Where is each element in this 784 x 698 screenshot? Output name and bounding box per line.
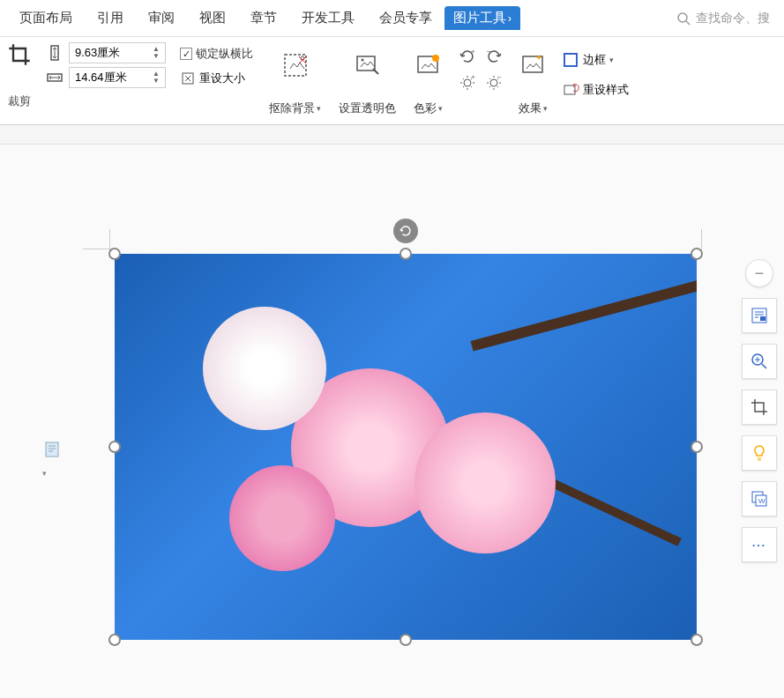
svg-text:W: W: [758, 497, 765, 505]
search-icon: [676, 11, 691, 26]
resize-handle-br[interactable]: [691, 634, 703, 646]
checkbox-icon: ✓: [180, 48, 192, 60]
paragraph-options-icon[interactable]: ▾: [42, 439, 63, 460]
reset-size-button[interactable]: 重设大小: [180, 71, 253, 86]
svg-text:+: +: [471, 48, 475, 56]
svg-point-10: [432, 55, 439, 62]
resize-handle-mr[interactable]: [691, 441, 703, 453]
svg-point-0: [678, 13, 687, 22]
chevron-down-icon: ▾: [438, 104, 443, 113]
effects-button[interactable]: 效果▾: [510, 42, 556, 120]
spinner-icon[interactable]: ▲▼: [153, 71, 160, 85]
effects-icon: [519, 51, 548, 79]
svg-rect-18: [564, 54, 577, 66]
svg-rect-17: [523, 56, 542, 72]
idea-button[interactable]: [742, 435, 777, 471]
canvas[interactable]: ▾ − W ⋯: [0, 145, 784, 698]
tab-review[interactable]: 审阅: [136, 0, 187, 37]
border-icon: [562, 51, 579, 69]
svg-point-13: [464, 79, 471, 86]
crop-icon[interactable]: [7, 42, 32, 67]
svg-rect-20: [46, 442, 58, 457]
svg-text:−: −: [487, 48, 491, 56]
tab-bar: 页面布局 引用 审阅 视图 章节 开发工具 会员专享 图片工具› 查找命令、搜: [0, 0, 784, 37]
color-button[interactable]: 色彩▾: [405, 42, 452, 120]
svg-point-15: [490, 79, 497, 86]
remove-bg-icon: [281, 51, 310, 79]
side-panel: − W ⋯: [742, 259, 777, 562]
chevron-down-icon: ▾: [317, 104, 321, 113]
brightness-up-button[interactable]: +: [457, 72, 478, 93]
tab-page-layout[interactable]: 页面布局: [7, 0, 85, 37]
reset-size-icon: [180, 71, 196, 86]
width-icon: [46, 69, 63, 86]
width-input[interactable]: 14.64厘米 ▲▼: [69, 67, 166, 88]
ruler: [0, 125, 784, 145]
rotate-left-button[interactable]: +: [457, 46, 478, 67]
tab-section[interactable]: 章节: [238, 0, 289, 37]
ribbon: 裁剪 9.63厘米 ▲▼ 14.64厘米 ▲▼ ✓ 锁定纵横比 重设大小: [0, 37, 784, 125]
remove-bg-button[interactable]: 抠除背景▾: [260, 42, 330, 120]
search-input[interactable]: 查找命令、搜: [669, 11, 777, 26]
convert-button[interactable]: W: [742, 481, 777, 516]
height-icon: [46, 44, 63, 62]
spinner-icon[interactable]: ▲▼: [153, 46, 160, 60]
chevron-down-icon: ▾: [609, 56, 614, 64]
zoom-button[interactable]: [742, 344, 777, 379]
lock-ratio-checkbox[interactable]: ✓ 锁定纵横比: [180, 46, 253, 62]
more-button[interactable]: ⋯: [742, 527, 777, 562]
crop-label: 裁剪: [7, 93, 32, 109]
height-input[interactable]: 9.63厘米 ▲▼: [69, 42, 166, 63]
resize-handle-tr[interactable]: [691, 248, 703, 260]
svg-text:−: −: [497, 74, 502, 81]
color-icon: [414, 51, 443, 79]
tab-image-tools[interactable]: 图片工具›: [444, 6, 520, 30]
resize-handle-ml[interactable]: [108, 441, 121, 453]
border-button[interactable]: 边框▾: [562, 51, 629, 69]
resize-handle-tl[interactable]: [108, 248, 121, 260]
resize-handle-bm[interactable]: [399, 634, 412, 646]
transparent-color-button[interactable]: 设置透明色: [330, 42, 405, 120]
selected-image[interactable]: [115, 254, 697, 640]
group-brightness: + − + −: [452, 42, 510, 97]
group-lock-reset: ✓ 锁定纵横比 重设大小: [173, 42, 260, 122]
resize-handle-tm[interactable]: [399, 248, 412, 260]
image-content: [115, 254, 697, 640]
tab-member[interactable]: 会员专享: [367, 0, 444, 37]
svg-point-8: [361, 59, 363, 62]
chevron-down-icon: ▾: [543, 104, 548, 113]
svg-line-24: [762, 364, 766, 368]
group-border-reset: 边框▾ 重设样式: [556, 42, 634, 102]
reset-style-button[interactable]: 重设样式: [562, 81, 629, 99]
tab-view[interactable]: 视图: [187, 0, 238, 37]
rotate-right-button[interactable]: −: [483, 46, 504, 67]
tab-reference[interactable]: 引用: [85, 0, 136, 37]
resize-handle-bl[interactable]: [108, 634, 121, 646]
chevron-right-icon: ›: [508, 12, 511, 25]
group-size: 9.63厘米 ▲▼ 14.64厘米 ▲▼: [39, 42, 173, 122]
transparent-icon: [354, 51, 382, 79]
crop-side-button[interactable]: [742, 390, 777, 425]
reset-style-icon: [562, 81, 579, 99]
group-crop: 裁剪: [0, 42, 39, 122]
svg-text:+: +: [471, 74, 475, 81]
brightness-down-button[interactable]: −: [483, 72, 504, 93]
rotate-handle[interactable]: [393, 219, 418, 243]
svg-line-1: [686, 21, 690, 25]
collapse-button[interactable]: −: [745, 259, 773, 287]
svg-rect-22: [760, 316, 765, 321]
tab-dev-tools[interactable]: 开发工具: [289, 0, 367, 37]
layout-options-button[interactable]: [742, 298, 777, 333]
